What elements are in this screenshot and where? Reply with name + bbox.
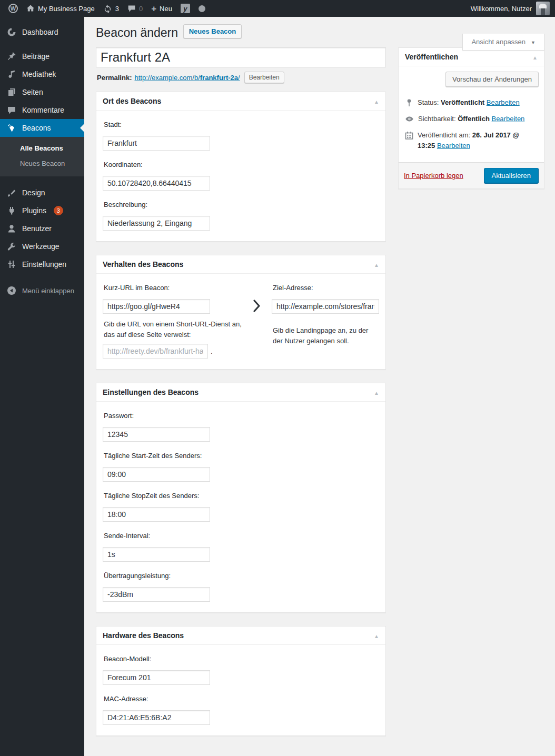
ziel-adresse-input[interactable] — [272, 299, 379, 314]
submenu-item-alle-beacons[interactable]: Alle Beacons — [0, 141, 84, 156]
avatar[interactable] — [536, 2, 550, 15]
metabox-hardware-header[interactable]: Hardware des Beacons — [96, 626, 385, 645]
stopzeit-input[interactable] — [103, 507, 210, 522]
plus-icon: + — [151, 4, 156, 13]
metabox-verhalten-header[interactable]: Verhalten des Beacons — [96, 255, 385, 274]
published-label: Veröffentlicht am: — [418, 131, 470, 139]
metabox-hardware: Hardware des Beacons Beacon-Modell: MAC-… — [96, 626, 386, 736]
status-row: Status: Veröffentlicht Bearbeiten — [405, 97, 538, 108]
publish-metabox: Veröffentlichen Vorschau der Änderungen … — [398, 47, 544, 189]
screen-options-tab[interactable]: Ansicht anpassen — [462, 34, 544, 51]
passwort-label: Passwort: — [104, 412, 378, 420]
sende-interval-input[interactable] — [103, 547, 210, 562]
visibility-label: Sichtbarkeit: — [418, 115, 456, 123]
paintbrush-icon — [6, 187, 17, 198]
wordpress-logo-icon: W — [8, 4, 18, 13]
metabox-ort-header[interactable]: Ort des Beacons — [96, 92, 385, 111]
preview-changes-button[interactable]: Vorschau der Änderungen — [445, 72, 539, 87]
calendar-icon — [405, 131, 413, 143]
user-icon — [6, 223, 17, 234]
comments-count: 0 — [139, 5, 143, 13]
short-url-suffix: . — [211, 347, 213, 355]
sliders-icon — [6, 259, 17, 270]
home-icon — [26, 4, 35, 13]
publish-metabox-header[interactable]: Veröffentlichen — [399, 48, 544, 66]
new-beacon-button[interactable]: Neues Beacon — [183, 24, 242, 38]
collapse-toggle-icon[interactable] — [374, 389, 379, 396]
notification-menu[interactable] — [194, 0, 210, 17]
yoast-menu[interactable]: y — [176, 0, 194, 17]
welcome-user-label[interactable]: Willkommen, Nutzer — [471, 5, 532, 13]
stadt-input[interactable] — [103, 136, 210, 151]
kurz-url-input[interactable] — [103, 299, 210, 314]
sidebar-item-werkzeuge[interactable]: Werkzeuge — [0, 237, 84, 255]
passwort-input[interactable] — [103, 427, 210, 442]
beacon-modell-input[interactable] — [103, 670, 210, 685]
permalink-edit-button[interactable]: Bearbeiten — [244, 72, 284, 83]
sidebar-item-dashboard[interactable]: Dashboard — [0, 23, 84, 41]
sidebar-item-beitraege[interactable]: Beiträge — [0, 47, 84, 65]
new-content-menu[interactable]: + Neu — [147, 0, 176, 17]
visibility-row: Sichtbarkeit: Öffentlich Bearbeiten — [405, 114, 538, 125]
mac-adresse-label: MAC-Adresse: — [104, 695, 378, 703]
collapse-toggle-icon[interactable] — [374, 97, 379, 105]
beschreibung-input[interactable] — [103, 216, 210, 231]
sidebar-item-einstellungen[interactable]: Einstellungen — [0, 255, 84, 273]
sidebar-item-beacons[interactable]: Beacons — [0, 119, 84, 137]
beacons-submenu: Alle Beacons Neues Beacon — [0, 137, 84, 176]
visibility-edit-link[interactable]: Bearbeiten — [491, 115, 524, 123]
collapse-toggle-icon[interactable] — [374, 261, 379, 268]
site-name-link[interactable]: My Business Page — [22, 0, 99, 17]
comment-bubble-icon — [127, 4, 136, 13]
beacon-modell-label: Beacon-Modell: — [104, 655, 378, 663]
startzeit-input[interactable] — [103, 467, 210, 482]
post-title-input[interactable] — [96, 47, 386, 67]
collapse-toggle-icon[interactable] — [374, 632, 379, 640]
updates-menu[interactable]: 3 — [99, 0, 123, 17]
sidebar-item-benutzer[interactable]: Benutzer — [0, 220, 84, 237]
wp-logo-menu[interactable]: W — [4, 0, 22, 17]
main-content: Ansicht anpassen Beacon ändern Neues Bea… — [84, 17, 555, 756]
short-url-preview-input[interactable] — [103, 344, 208, 359]
trash-link[interactable]: In Papierkorb legen — [404, 172, 463, 180]
metabox-verhalten: Verhalten des Beacons Kurz-URL im Beacon… — [96, 255, 386, 370]
ziel-adresse-label: Ziel-Adresse: — [273, 284, 378, 292]
stopzeit-label: Tägliche StopZeit des Senders: — [104, 492, 378, 500]
mac-adresse-input[interactable] — [103, 710, 210, 725]
published-edit-link[interactable]: Bearbeiten — [437, 142, 470, 150]
publish-metabox-title: Veröffentlichen — [405, 53, 458, 61]
comments-icon — [6, 105, 17, 115]
plug-icon — [6, 205, 17, 216]
visibility-value: Öffentlich — [458, 115, 490, 123]
sidebar-item-kommentare[interactable]: Kommentare — [0, 101, 84, 119]
submenu-item-neues-beacon[interactable]: Neues Beacon — [0, 156, 84, 171]
metabox-ort: Ort des Beacons Stadt: Koordinaten: Besc… — [96, 92, 386, 242]
permalink-row: Permalink: http://example.com/b/frankfur… — [97, 72, 386, 83]
updates-icon — [103, 4, 112, 13]
page-title: Beacon ändern — [96, 26, 178, 39]
collapse-toggle-icon[interactable] — [532, 53, 538, 61]
permalink-link[interactable]: http://example.com/b/frankfurt-2a/ — [134, 74, 240, 82]
site-name-label: My Business Page — [38, 5, 95, 13]
kurz-url-help: Gib die URL von einem Short-URL-Dienst a… — [104, 319, 252, 340]
sidebar-item-seiten[interactable]: Seiten — [0, 83, 84, 101]
chevron-down-icon — [531, 38, 536, 46]
status-label: Status: — [418, 98, 439, 106]
metabox-einstellungen-header[interactable]: Einstellungen des Beacons — [96, 383, 385, 402]
comments-menu[interactable]: 0 — [123, 0, 147, 17]
koordinaten-label: Koordinaten: — [104, 161, 378, 168]
update-button[interactable]: Aktualisieren — [484, 168, 539, 183]
uebertragungsleistung-input[interactable] — [103, 587, 210, 602]
updates-count: 3 — [115, 5, 119, 13]
sidebar-item-design[interactable]: Design — [0, 184, 84, 202]
beschreibung-label: Beschreibung: — [104, 201, 378, 208]
wrench-icon — [6, 241, 17, 252]
sidebar-item-plugins[interactable]: Plugins 3 — [0, 202, 84, 220]
kurz-url-label: Kurz-URL im Beacon: — [104, 284, 252, 292]
koordinaten-input[interactable] — [103, 176, 210, 191]
metabox-einstellungen: Einstellungen des Beacons Passwort: Tägl… — [96, 383, 386, 613]
status-dot-icon — [199, 5, 205, 12]
status-edit-link[interactable]: Bearbeiten — [487, 98, 520, 106]
collapse-menu-button[interactable]: Menü einklappen — [0, 282, 84, 300]
sidebar-item-mediathek[interactable]: Mediathek — [0, 65, 84, 83]
